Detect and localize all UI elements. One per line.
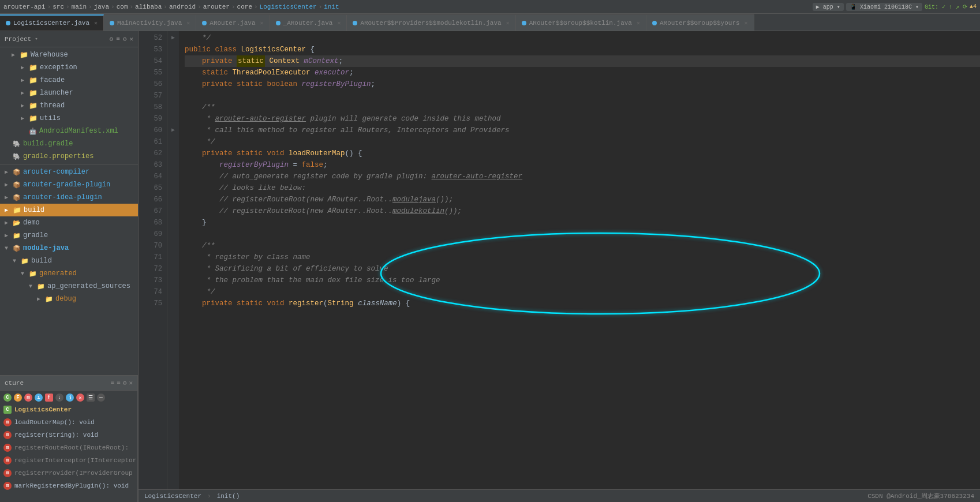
chevron-debug: ▶	[37, 295, 43, 302]
tab-close-group-kotlin[interactable]: ✕	[637, 20, 640, 27]
sidebar-label-build-sub: build	[31, 257, 52, 265]
sidebar-label-warehouse: Warehouse	[31, 51, 68, 59]
struct-item-register[interactable]: m register(String): void	[0, 429, 137, 441]
sidebar-item-generated[interactable]: ▼ 📁 generated	[0, 267, 138, 280]
structure-sort-icon[interactable]: ≡	[111, 379, 115, 387]
struct-item-markregistered[interactable]: m markRegisteredByPlugin(): void	[0, 479, 137, 492]
sidebar-label-exception: exception	[40, 63, 77, 72]
status-bar: LogisticsCenter › init() CSDN @Android_周…	[139, 489, 980, 502]
struct-icon-4: i	[35, 394, 43, 402]
struct-icon-3: m	[24, 394, 32, 402]
sidebar-item-launcher[interactable]: ▶ 📁 launcher	[0, 87, 138, 99]
sidebar-item-build-active[interactable]: ▶ 📁 build	[0, 204, 138, 216]
code-line-71: * register by class name	[185, 252, 980, 263]
struct-icon-registerrouteroot: m	[3, 444, 12, 452]
tab-dot-logistics	[6, 21, 10, 25]
line-numbers: 52 53 54 55 56 57 58 59 60 61 62 63 64 6…	[139, 31, 167, 489]
gradle-icon-build: 🐘	[13, 140, 21, 148]
struct-icon-register: m	[3, 431, 12, 439]
tab-close-group-yours[interactable]: ✕	[745, 20, 748, 27]
struct-icon-8: ✕	[76, 394, 84, 402]
sidebar-tree: ▶ 📁 Warehouse ▶ 📁 exception ▶ 📁 facade	[0, 47, 138, 375]
sidebar-label-facade: facade	[40, 76, 65, 84]
structure-toolbar: ≡ ≡ ⚙ ✕	[111, 379, 133, 387]
struct-icon-6: ↓	[55, 394, 63, 402]
code-line-72: * Sacrificing a bit of efficiency to sol…	[185, 263, 980, 275]
close-sidebar-icon[interactable]: ✕	[129, 35, 133, 43]
tab-label-arouter: ARouter.java	[210, 20, 255, 27]
folder-icon-utils: 📁	[29, 114, 38, 123]
struct-item-loadroutermap[interactable]: m loadRouterMap(): void	[0, 416, 137, 429]
tab-providers[interactable]: ARouter$$Providers$$modulekotlin.java ✕	[347, 14, 515, 31]
tab-close-_arouter[interactable]: ✕	[337, 20, 341, 27]
sidebar-item-ap-generated[interactable]: ▼ 📁 ap_generated_sources	[0, 280, 138, 293]
sidebar-item-thread[interactable]: ▶ 📁 thread	[0, 99, 138, 112]
tab-close-arouter[interactable]: ✕	[260, 20, 264, 27]
breadcrumb-java: java	[94, 3, 109, 10]
sidebar-item-gradle-dir[interactable]: ▶ 📁 gradle	[0, 229, 138, 242]
sep4: ›	[111, 3, 115, 10]
project-label: Project	[5, 36, 31, 43]
tab-label-providers: ARouter$$Providers$$modulekotlin.java	[360, 20, 501, 27]
sidebar-item-facade[interactable]: ▶ 📁 facade	[0, 74, 138, 87]
status-right: CSDN @Android_周志豪378623234	[867, 492, 974, 500]
chevron-build-sub: ▼	[13, 258, 18, 264]
sidebar-label-utils: utils	[40, 114, 61, 122]
sidebar-item-build-gradle[interactable]: 🐘 build.gradle	[0, 137, 138, 150]
structure-filter-icon[interactable]: ≡	[117, 379, 121, 387]
sidebar-item-androidmanifest[interactable]: 🤖 AndroidManifest.xml	[0, 125, 138, 137]
tab-_arouter[interactable]: _ARouter.java ✕	[270, 14, 347, 31]
sidebar-item-exception[interactable]: ▶ 📁 exception	[0, 61, 138, 74]
sidebar-item-debug[interactable]: ▶ 📁 debug	[0, 293, 138, 305]
chevron-gradle-plugin: ▶	[5, 181, 10, 188]
sidebar-item-gradle-properties[interactable]: 🐘 gradle.properties	[0, 150, 138, 163]
tab-close-providers[interactable]: ✕	[506, 20, 510, 27]
chevron-ap-generated: ▼	[29, 283, 35, 290]
tab-dot-providers	[353, 21, 357, 25]
tab-group-yours[interactable]: ARouter$$Group$$yours ✕	[646, 14, 754, 31]
breadcrumb-src: src	[53, 3, 64, 10]
sidebar-item-demo[interactable]: ▶ 📂 demo	[0, 216, 138, 229]
tab-group-kotlin[interactable]: ARouter$$Group$$kotlin.java ✕	[516, 14, 646, 31]
code-line-63: registerByPlugin = false;	[185, 159, 980, 171]
sidebar-item-build-sub[interactable]: ▼ 📁 build	[0, 254, 138, 267]
tab-arouter[interactable]: ARouter.java ✕	[196, 14, 270, 31]
tab-close-main[interactable]: ✕	[186, 20, 190, 27]
tab-dot-group-kotlin	[522, 21, 526, 25]
sidebar-label-generated: generated	[39, 269, 77, 278]
code-editor[interactable]: */ public class LogisticsCenter { privat…	[179, 31, 980, 489]
sidebar-item-module-java[interactable]: ▼ 📦 module-java	[0, 242, 138, 254]
sync-icon[interactable]: ⚙	[110, 35, 114, 43]
tab-close-logistics[interactable]: ✕	[94, 20, 98, 27]
code-area[interactable]: 52 53 54 55 56 57 58 59 60 61 62 63 64 6…	[139, 31, 980, 489]
structure-title: cture	[5, 380, 24, 387]
device-selector[interactable]: 📱 Xiaomi 2106118C ▾	[846, 3, 922, 11]
struct-item-registerinterceptor[interactable]: m registerInterceptor(IInterceptor	[0, 454, 137, 467]
sidebar-item-arouter-compiler[interactable]: ▶ 📦 arouter-compiler	[0, 166, 138, 178]
structure-settings-icon[interactable]: ⚙	[123, 379, 127, 387]
tab-dot-arouter	[202, 21, 207, 25]
code-line-56: private static boolean registerByPlugin;	[185, 78, 980, 90]
sidebar-item-utils[interactable]: ▶ 📁 utils	[0, 112, 138, 125]
struct-icon-10: ⋯	[97, 394, 105, 402]
sidebar-item-arouter-gradle-plugin[interactable]: ▶ 📦 arouter-gradle-plugin	[0, 178, 138, 191]
struct-label-markregistered: markRegisteredByPlugin(): void	[14, 482, 129, 489]
collapse-icon[interactable]: ≡	[116, 35, 120, 43]
struct-item-registerprovider[interactable]: m registerProvider(IProviderGroup	[0, 467, 137, 479]
divider1	[0, 164, 138, 164]
sep10: ›	[319, 3, 323, 10]
sidebar-item-warehouse[interactable]: ▶ 📁 Warehouse	[0, 48, 138, 61]
tab-mainactivity[interactable]: MainActivity.java ✕	[104, 14, 196, 31]
settings-icon[interactable]: ⚙	[123, 35, 127, 43]
struct-icon-9: ☰	[87, 394, 95, 402]
sidebar-item-arouter-idea-plugin[interactable]: ▶ 📦 arouter-idea-plugin	[0, 191, 138, 204]
tab-logisticscenter[interactable]: LogisticsCenter.java ✕	[0, 14, 104, 31]
xml-icon-manifest: 🤖	[29, 128, 37, 135]
sidebar-label-debug: debug	[55, 295, 76, 303]
struct-item-registerrouteroot[interactable]: m registerRouteRoot(IRouteRoot):	[0, 441, 137, 454]
struct-item-header[interactable]: C LogisticsCenter	[0, 403, 137, 416]
breadcrumb-main: main	[72, 3, 87, 10]
structure-close-icon[interactable]: ✕	[129, 379, 133, 387]
chevron-thread: ▶	[21, 102, 27, 109]
app-selector[interactable]: ▶ app ▾	[813, 3, 844, 11]
